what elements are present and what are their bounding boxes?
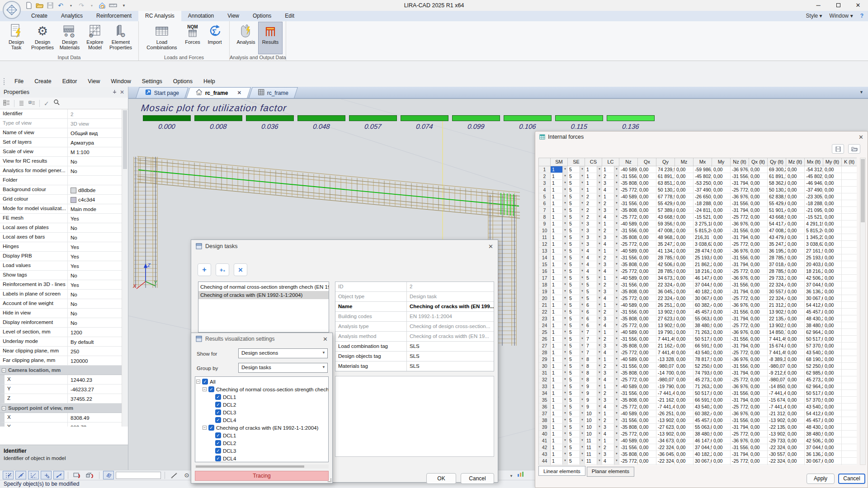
chevron-down-icon[interactable]: ▼ (562, 322, 567, 328)
dropdown-cell[interactable]: 5▼ (568, 248, 585, 254)
dropdown-cell[interactable]: 3▼ (585, 234, 602, 241)
tree-leaf-dcl1[interactable]: ✓DCL1 (195, 393, 328, 401)
dropdown-cell[interactable]: 5▼ (568, 458, 585, 465)
chevron-down-icon[interactable]: ▼ (614, 390, 619, 396)
dropdown-cell[interactable]: 5▼ (585, 282, 602, 288)
dropdown-cell[interactable]: 5▼ (585, 288, 602, 295)
close-button[interactable]: ✕ (848, 0, 868, 11)
property-value[interactable]: No (68, 318, 122, 327)
show-for-dropdown[interactable]: Design sections▼ (238, 348, 328, 358)
chevron-down-icon[interactable]: ▼ (562, 200, 567, 206)
dropdown-cell[interactable]: 3▼ (585, 241, 602, 248)
chevron-down-icon[interactable]: ▼ (562, 288, 567, 295)
chevron-down-icon[interactable]: ▼ (562, 227, 567, 234)
chevron-down-icon[interactable]: ▼ (580, 187, 585, 193)
chevron-down-icon[interactable]: ▼ (614, 458, 619, 464)
draw-line-icon[interactable] (169, 471, 179, 479)
property-value[interactable]: Арматура (68, 138, 122, 147)
chevron-down-icon[interactable]: ▼ (562, 363, 567, 369)
dropdown-cell[interactable]: 4▼ (602, 187, 619, 193)
checkbox-checked-icon[interactable]: ✓ (202, 379, 208, 385)
chevron-down-icon[interactable]: ▼ (562, 315, 567, 322)
dropdown-cell[interactable]: 5▼ (585, 275, 602, 282)
style-menu[interactable]: Style ▾ (806, 11, 822, 21)
chevron-down-icon[interactable]: ▼ (580, 451, 585, 457)
menu-settings[interactable]: Settings (137, 78, 168, 84)
chevron-down-icon[interactable]: ▼ (614, 268, 619, 274)
chevron-down-icon[interactable]: ▼ (562, 329, 567, 335)
dropdown-cell[interactable]: 5▼ (568, 200, 585, 207)
dropdown-cell[interactable]: 2▼ (602, 254, 619, 261)
expand-groups-icon[interactable] (3, 99, 10, 108)
chevron-down-icon[interactable]: ▼ (597, 295, 602, 301)
chevron-down-icon[interactable]: ▼ (614, 343, 619, 349)
column-header-mx[interactable]: Mx (693, 158, 712, 166)
dropdown-cell[interactable]: 1▼ (551, 410, 568, 417)
dropdown-cell[interactable]: 5▼ (568, 404, 585, 410)
tree-leaf-dcl2[interactable]: ✓DCL2 (195, 439, 328, 447)
chevron-down-icon[interactable]: ▼ (597, 431, 602, 437)
dropdown-cell[interactable]: 6▼ (585, 302, 602, 309)
dropdown-cell[interactable]: 5▼ (568, 241, 585, 248)
dropdown-cell[interactable]: 1▼ (551, 302, 568, 309)
tree-horizontal-scrollbar[interactable] (195, 465, 329, 469)
ribbon-tab-rc-analysis[interactable]: RC Analysis (138, 11, 181, 21)
dropdown-cell[interactable]: 2▼ (602, 417, 619, 424)
dropdown-cell[interactable]: 1▼ (551, 390, 568, 397)
dropdown-cell[interactable]: 9▼ (585, 390, 602, 397)
chevron-down-icon[interactable]: ▼ (597, 363, 602, 369)
chevron-down-icon[interactable]: ▼ (562, 166, 567, 173)
menu-view[interactable]: View (82, 78, 105, 84)
delete-task-icon[interactable]: ✕ (234, 263, 247, 276)
chevron-down-icon[interactable]: ▼ (580, 302, 585, 308)
design-task-item[interactable]: Cheching of cracks with (EN 1992-1-1:200… (198, 291, 329, 299)
property-value[interactable]: 250 (68, 347, 122, 356)
dropdown-cell[interactable]: 1▼ (551, 254, 568, 261)
design-properties-button[interactable]: ⚙Design Properties (29, 22, 56, 54)
dropdown-cell[interactable]: 4▼ (602, 349, 619, 356)
chevron-down-icon[interactable]: ▼ (597, 343, 602, 349)
chevron-down-icon[interactable]: ▼ (614, 207, 619, 213)
cancel-button[interactable]: Cancel (461, 473, 494, 484)
chevron-down-icon[interactable]: ▼ (562, 465, 567, 465)
design-materials-button[interactable]: ⚙⚙Design Materials (56, 22, 83, 54)
chevron-down-icon[interactable]: ▼ (580, 417, 585, 423)
chevron-down-icon[interactable]: ▼ (614, 410, 619, 417)
chevron-down-icon[interactable]: ▼ (614, 465, 619, 465)
chevron-down-icon[interactable]: ▼ (562, 356, 567, 362)
chevron-down-icon[interactable]: ▼ (614, 248, 619, 254)
chevron-down-icon[interactable]: ▼ (614, 173, 619, 179)
chevron-down-icon[interactable]: ▼ (562, 437, 567, 444)
dropdown-cell[interactable]: 9▼ (585, 397, 602, 404)
property-value[interactable]: No (68, 290, 122, 299)
chevron-down-icon[interactable]: ▼ (580, 329, 585, 335)
property-value[interactable]: c4c3d4 (68, 195, 122, 204)
dropdown-cell[interactable]: 5▼ (568, 424, 585, 431)
dropdown-cell[interactable]: 1▼ (551, 187, 568, 193)
property-value[interactable]: No (68, 271, 122, 280)
dropdown-cell[interactable]: 2▼ (602, 336, 619, 343)
chevron-down-icon[interactable]: ▼ (597, 404, 602, 410)
dropdown-cell[interactable]: 5▼ (568, 417, 585, 424)
dropdown-cell[interactable]: 1▼ (602, 302, 619, 309)
apply-button[interactable]: Apply (807, 474, 835, 484)
window-menu[interactable]: Window ▾ (830, 11, 853, 21)
dropdown-cell[interactable]: 2▼ (585, 200, 602, 207)
chevron-down-icon[interactable]: ▼ (614, 329, 619, 335)
dropdown-cell[interactable]: 5▼ (568, 343, 585, 349)
dropdown-cell[interactable]: 6▼ (585, 315, 602, 322)
column-header-mz[interactable]: Mz (675, 158, 693, 166)
chevron-down-icon[interactable]: ▼ (580, 309, 585, 315)
dropdown-cell[interactable]: 1▼ (551, 275, 568, 282)
dropdown-cell[interactable]: 2▼ (585, 193, 602, 200)
chevron-down-icon[interactable]: ▼ (580, 241, 585, 247)
property-value[interactable]: 120000 (68, 356, 122, 365)
open-table-icon[interactable] (848, 144, 860, 154)
command-input[interactable] (116, 472, 161, 479)
tree-leaf-dcl2[interactable]: ✓DCL2 (195, 401, 328, 408)
tree-leaf-dcl3[interactable]: ✓DCL3 (195, 447, 328, 455)
chevron-down-icon[interactable]: ▼ (597, 214, 602, 220)
dropdown-cell[interactable]: 4▼ (602, 322, 619, 329)
document-tab-rc-frame-1[interactable]: rc_frame✕ (186, 87, 251, 98)
dropdown-cell[interactable]: 1▼ (551, 200, 568, 207)
